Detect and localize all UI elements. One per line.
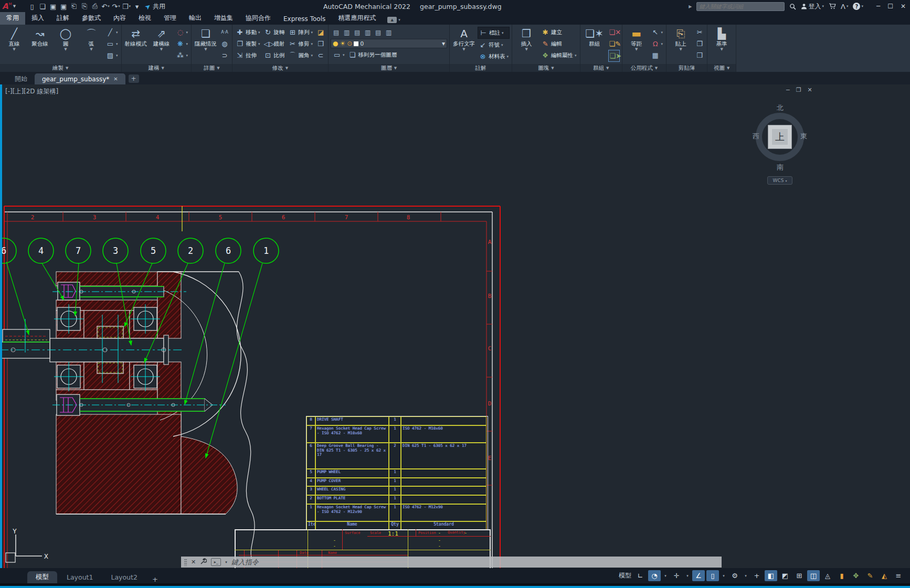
zone-number-6[interactable]: 6 bbox=[282, 214, 285, 221]
arc-button[interactable]: ⌒弧▼ bbox=[79, 26, 103, 64]
save-to-web-icon[interactable]: ⎘ bbox=[80, 1, 89, 12]
array-button[interactable]: ⊞陣列▾ bbox=[288, 27, 314, 38]
zone-letter-E[interactable]: E bbox=[488, 455, 492, 462]
detail-view-icon[interactable]: ◍ bbox=[219, 38, 230, 49]
drawing-minimize-button[interactable]: ─ bbox=[786, 87, 790, 93]
layer-freeze-icon[interactable]: ▤ bbox=[374, 29, 383, 36]
annotation-monitor-icon[interactable]: ◬ bbox=[821, 570, 834, 581]
open-file-icon[interactable]: ❏ bbox=[38, 1, 47, 12]
bom-row-1[interactable]: 1Hexagon Socket Head Cap Screw - ISO 476… bbox=[306, 504, 488, 521]
command-close-icon[interactable]: ✕ bbox=[191, 559, 196, 565]
layer-color-swatch[interactable] bbox=[354, 41, 358, 46]
measure-button[interactable]: ▬等距▼ bbox=[625, 26, 649, 64]
move-to-layer-button[interactable]: ❏移到另一個圖層 bbox=[347, 50, 398, 60]
command-bar-grip[interactable] bbox=[184, 559, 187, 566]
group-edit-icon[interactable]: ❏✎ bbox=[608, 38, 620, 49]
crosshair-icon[interactable]: + bbox=[750, 570, 763, 581]
dynamic-ucs-icon[interactable]: ✥ bbox=[850, 570, 862, 581]
move-button[interactable]: ✚移動▾ bbox=[235, 27, 261, 38]
recent-commands-icon[interactable]: ▸_ bbox=[211, 558, 221, 566]
ribbon-tab-5[interactable]: 檢視 bbox=[132, 12, 157, 25]
zone-number-4[interactable]: 4 bbox=[156, 214, 160, 221]
fillet-button[interactable]: ⌒圓角▾ bbox=[288, 50, 314, 61]
maximize-button[interactable]: ☐ bbox=[887, 3, 893, 10]
balloon-leader-0[interactable] bbox=[6, 262, 29, 335]
recent-commands-chevron[interactable]: ▾ bbox=[225, 560, 227, 564]
wcs-menu[interactable]: WCS▾ bbox=[767, 176, 792, 185]
bom-row-8[interactable]: 8DRIVE SHAFT1 bbox=[306, 416, 488, 425]
zone-number-7[interactable]: 7 bbox=[345, 214, 348, 221]
workspace-switch-icon[interactable]: ❒▾ bbox=[122, 1, 131, 12]
bom-button[interactable]: ⊗材料表▾ bbox=[478, 51, 510, 62]
save-as-icon[interactable]: ▣ bbox=[59, 1, 68, 12]
command-line-bar[interactable]: ✕ ▸_ ▾ 鍵入指令 bbox=[181, 557, 722, 568]
clean-screen-icon[interactable]: ◭ bbox=[878, 570, 891, 581]
redo-icon[interactable]: ↷▾ bbox=[111, 1, 121, 12]
bom-row-6[interactable]: 6Deep Groove Ball Bearing - DIN 625 T1 -… bbox=[306, 443, 488, 469]
new-file-icon[interactable]: ▯ bbox=[27, 1, 37, 12]
snap-mode-icon[interactable]: ◔ bbox=[648, 570, 661, 581]
search-input[interactable] bbox=[696, 2, 785, 11]
zone-letter-A[interactable]: A bbox=[488, 239, 492, 245]
qat-customize-icon[interactable]: ▾ bbox=[132, 1, 142, 12]
paste-button[interactable]: ⎘貼上▼ bbox=[669, 26, 693, 64]
zone-letter-C[interactable]: C bbox=[488, 345, 492, 352]
ray-mode-button[interactable]: ⇄射線模式 bbox=[124, 26, 148, 64]
signin-button[interactable]: 登入 ▾ bbox=[801, 2, 824, 11]
center-circle-icon[interactable]: ◌▾ bbox=[175, 27, 189, 38]
balloon-number-4[interactable]: 5 bbox=[151, 245, 156, 256]
app-menu-button[interactable]: A M ▼ bbox=[2, 2, 16, 11]
command-input[interactable]: 鍵入指令 bbox=[231, 558, 259, 567]
lock-ui-icon[interactable]: ◫ bbox=[807, 570, 820, 581]
snap-menu-chevron[interactable]: ▾ bbox=[662, 570, 669, 581]
layout-tab-1[interactable]: Layout1 bbox=[58, 571, 101, 583]
group-selection-icon[interactable]: ❏➤ bbox=[608, 50, 620, 62]
zone-number-2[interactable]: 2 bbox=[31, 214, 35, 221]
scale-button[interactable]: ⊡比例 bbox=[263, 50, 286, 61]
mtext-button[interactable]: A多行文字▼ bbox=[452, 26, 476, 64]
balloon-number-3[interactable]: 3 bbox=[113, 245, 118, 256]
zone-letter-D[interactable]: D bbox=[488, 400, 492, 407]
viewcube-south[interactable]: 南 bbox=[777, 163, 784, 172]
panel-label-6[interactable]: 圖塊▼ bbox=[512, 64, 580, 72]
customize-menu-icon[interactable]: ≡ bbox=[892, 570, 905, 581]
open-from-web-icon[interactable]: ⎗ bbox=[69, 1, 79, 12]
balloon-leader-6[interactable] bbox=[185, 263, 225, 404]
autodesk-account-button[interactable]: Λ ▾ bbox=[841, 3, 848, 10]
zone-number-5[interactable]: 5 bbox=[219, 214, 223, 221]
panel-label-2[interactable]: 詳圖▼ bbox=[192, 64, 232, 72]
calculator-icon[interactable]: ▦ bbox=[650, 50, 664, 61]
polar-menu-chevron[interactable]: ▾ bbox=[684, 570, 691, 581]
ribbon-tab-6[interactable]: 管理 bbox=[157, 12, 183, 25]
viewcube-east[interactable]: 東 bbox=[800, 132, 807, 141]
layer-dropdown-chevron[interactable]: ▾ bbox=[442, 40, 445, 47]
share-button[interactable]: ➤ 共用 bbox=[145, 2, 165, 11]
new-layout-button[interactable]: + bbox=[147, 575, 163, 583]
file-tab-drawing[interactable]: gear_pump_subassy* ✕ bbox=[35, 73, 125, 84]
zone-number-8[interactable]: 8 bbox=[407, 214, 410, 221]
paste-special-icon[interactable]: ❒ bbox=[694, 50, 705, 61]
layer-properties-icon[interactable]: ▤ bbox=[332, 29, 341, 36]
zone-letter-B[interactable]: B bbox=[488, 293, 492, 300]
circle-button[interactable]: ◯圓▼ bbox=[54, 26, 78, 64]
layer-unisolate-icon[interactable]: ▥ bbox=[363, 29, 372, 36]
bom-row-4[interactable]: 4PUMP COVER1 bbox=[306, 478, 488, 486]
copy-button[interactable]: ❐複製▾ bbox=[235, 38, 261, 49]
hatch-icon[interactable]: ▨▾ bbox=[105, 50, 119, 61]
layout-tab-2[interactable]: Layout2 bbox=[102, 571, 145, 583]
file-tab-start[interactable]: 開始 bbox=[7, 73, 35, 84]
balloon-number-5[interactable]: 2 bbox=[188, 245, 193, 256]
layer-off-icon[interactable]: ▥ bbox=[384, 29, 393, 36]
line-button[interactable]: ╱直線▼ bbox=[2, 26, 26, 64]
undo-icon[interactable]: ↶▾ bbox=[101, 1, 110, 12]
mirror-button[interactable]: ◁▷鏡射 bbox=[263, 38, 286, 49]
trace-icon[interactable]: ▮ bbox=[835, 570, 848, 581]
balloon-number-1[interactable]: 4 bbox=[38, 245, 44, 256]
ribbon-tab-0[interactable]: 常用 bbox=[0, 12, 25, 25]
grid-display-icon[interactable]: ∟ bbox=[634, 570, 647, 581]
layer-on-icon[interactable]: ● bbox=[333, 40, 338, 47]
bom-row-2[interactable]: 2BOTTOM PLATE1 bbox=[306, 495, 488, 504]
bom-row-5[interactable]: 5PUMP WHEEL1 bbox=[306, 469, 488, 478]
bom-row-3[interactable]: 3WHEEL CASING1 bbox=[306, 486, 488, 495]
bom-row-7[interactable]: 7Hexagon Socket Head Cap Screw - ISO 476… bbox=[306, 425, 488, 443]
